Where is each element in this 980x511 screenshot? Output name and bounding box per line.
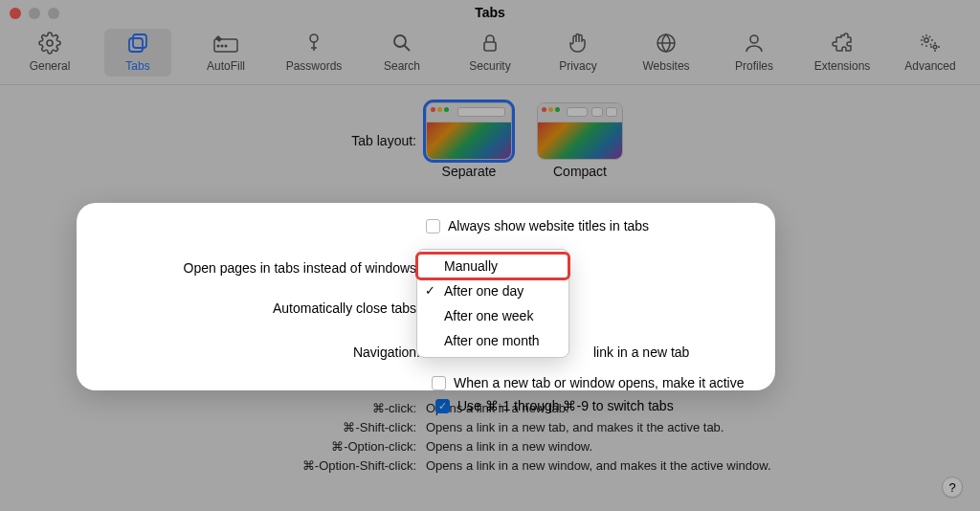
navigation-label: Navigation: bbox=[77, 344, 426, 360]
hand-icon bbox=[566, 31, 590, 56]
tab-layout-compact[interactable]: Compact bbox=[537, 102, 623, 179]
dropdown-option-after-one-month[interactable]: After one month bbox=[417, 328, 568, 353]
always-show-titles-label: Always show website titles in tabs bbox=[448, 218, 649, 233]
layout-option-label: Compact bbox=[537, 164, 623, 179]
tab-layout-separate[interactable]: Separate bbox=[426, 102, 512, 179]
svg-point-5 bbox=[221, 45, 223, 47]
toolbar-label: Search bbox=[384, 59, 420, 73]
search-icon bbox=[390, 31, 414, 56]
toolbar-label: Tabs bbox=[125, 59, 149, 73]
open-pages-label: Open pages in tabs instead of windows: bbox=[77, 260, 426, 276]
dropdown-option-manually[interactable]: Manually bbox=[417, 254, 568, 278]
svg-rect-2 bbox=[133, 34, 146, 48]
svg-point-13 bbox=[933, 45, 937, 49]
auto-close-dropdown-menu[interactable]: Manually ✓ After one day After one week … bbox=[416, 249, 569, 358]
navigation-link-new-tab-text: link in a new tab bbox=[593, 344, 689, 360]
svg-point-0 bbox=[47, 40, 53, 46]
tabs-icon bbox=[125, 31, 150, 56]
pencil-box-icon bbox=[213, 31, 238, 56]
toolbar-label: Websites bbox=[642, 59, 689, 73]
toolbar-item-profiles[interactable]: Profiles bbox=[721, 29, 788, 77]
toolbar-label: Extensions bbox=[814, 59, 871, 73]
svg-rect-9 bbox=[484, 42, 496, 51]
toolbar-item-search[interactable]: Search bbox=[368, 29, 435, 77]
active-on-open-checkbox[interactable] bbox=[432, 376, 446, 390]
toolbar-item-autofill[interactable]: AutoFill bbox=[192, 29, 259, 77]
toolbar-label: AutoFill bbox=[207, 59, 245, 73]
svg-point-12 bbox=[924, 38, 928, 42]
toolbar-item-extensions[interactable]: Extensions bbox=[809, 29, 876, 77]
toolbar-item-security[interactable]: Security bbox=[457, 29, 523, 77]
key-icon bbox=[301, 31, 326, 56]
checkmark-icon: ✓ bbox=[425, 283, 435, 298]
tab-layout-label: Tab layout: bbox=[0, 102, 426, 148]
lock-icon bbox=[478, 31, 502, 56]
toolbar-item-websites[interactable]: Websites bbox=[633, 29, 700, 77]
active-on-open-label: When a new tab or window opens, make it … bbox=[454, 375, 745, 390]
svg-point-8 bbox=[394, 35, 406, 47]
cmd-switch-tabs-checkbox[interactable]: ✓ bbox=[435, 399, 450, 413]
toolbar-label: Privacy bbox=[559, 59, 596, 73]
preferences-toolbar: General Tabs AutoFill Passwords Search S… bbox=[0, 23, 980, 85]
svg-point-7 bbox=[310, 34, 318, 42]
toolbar-label: Passwords bbox=[286, 59, 343, 73]
help-button[interactable]: ? bbox=[942, 477, 963, 498]
always-show-titles-checkbox[interactable] bbox=[426, 219, 440, 233]
toolbar-item-tabs[interactable]: Tabs bbox=[104, 29, 171, 77]
toolbar-item-privacy[interactable]: Privacy bbox=[545, 29, 612, 77]
svg-point-6 bbox=[225, 45, 227, 47]
window-title: Tabs bbox=[0, 5, 980, 20]
toolbar-item-passwords[interactable]: Passwords bbox=[280, 29, 347, 77]
gears-icon bbox=[918, 31, 943, 56]
puzzle-icon bbox=[830, 31, 855, 56]
svg-point-11 bbox=[750, 35, 758, 43]
toolbar-label: General bbox=[30, 59, 71, 73]
person-icon bbox=[742, 31, 767, 56]
toolbar-label: Profiles bbox=[735, 59, 773, 73]
svg-point-4 bbox=[217, 45, 219, 47]
toolbar-label: Security bbox=[469, 59, 510, 73]
gear-icon bbox=[37, 31, 62, 56]
toolbar-item-advanced[interactable]: Advanced bbox=[897, 29, 964, 77]
svg-rect-1 bbox=[129, 38, 143, 52]
globe-icon bbox=[654, 31, 679, 56]
cmd-switch-tabs-label: Use ⌘-1 through ⌘-9 to switch tabs bbox=[457, 398, 674, 413]
layout-option-label: Separate bbox=[426, 164, 512, 179]
auto-close-label: Automatically close tabs: bbox=[77, 300, 426, 316]
dropdown-option-after-one-day[interactable]: ✓ After one day bbox=[417, 278, 568, 303]
dropdown-option-after-one-week[interactable]: After one week bbox=[417, 303, 568, 328]
toolbar-item-general[interactable]: General bbox=[16, 29, 83, 77]
toolbar-label: Advanced bbox=[904, 59, 955, 73]
